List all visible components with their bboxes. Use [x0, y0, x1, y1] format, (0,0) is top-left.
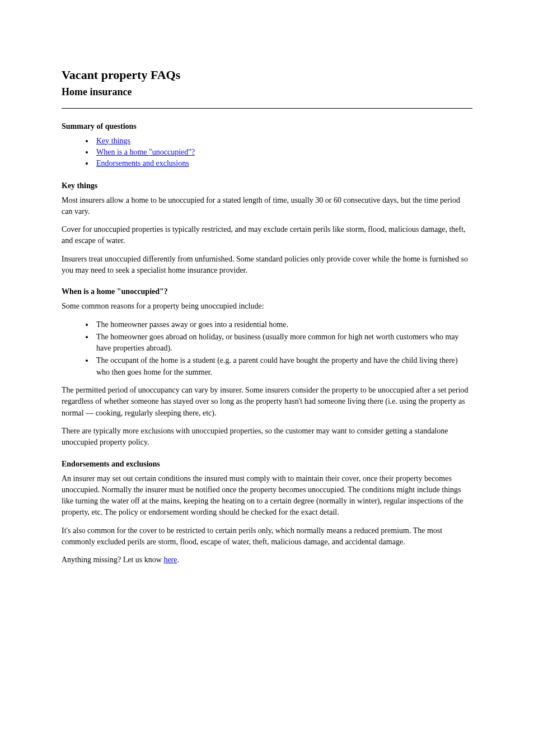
horizontal-rule [62, 108, 472, 109]
unoccupied-reasons-list: The homeowner passes away or goes into a… [62, 319, 472, 378]
key-things-heading: Key things [62, 181, 472, 190]
page: Vacant property FAQs Home insurance Summ… [0, 0, 534, 756]
toc-link-key-things[interactable]: Key things [96, 137, 130, 145]
footer-prefix: Anything missing? Let us know [62, 556, 163, 564]
footer-feedback-link[interactable]: here [163, 556, 177, 564]
list-item: The homeowner passes away or goes into a… [94, 319, 472, 330]
body-paragraph: Insurers treat unoccupied differently fr… [62, 254, 472, 277]
toc-item: Key things [94, 137, 472, 146]
toc-item: When is a home "unoccupied"? [94, 148, 472, 157]
toc-link-unoccupied[interactable]: When is a home "unoccupied"? [96, 148, 195, 156]
page-subtitle: Home insurance [62, 86, 472, 98]
body-paragraph: An insurer may set out certain condition… [62, 473, 472, 519]
body-paragraph: It's also common for the cover to be res… [62, 525, 472, 548]
page-title: Vacant property FAQs [62, 67, 472, 83]
footer-feedback: Anything missing? Let us know here. [62, 554, 472, 566]
list-item: The homeowner goes abroad on holiday, or… [94, 332, 472, 354]
list-item: The occupant of the home is a student (e… [94, 355, 472, 378]
toc-heading: Summary of questions [62, 122, 472, 131]
question-heading-unoccupied: When is a home "unoccupied"? [62, 287, 472, 296]
toc-item: Endorsements and exclusions [94, 159, 472, 168]
footer-suffix: . [177, 556, 179, 564]
body-paragraph: Some common reasons for a property being… [62, 301, 472, 312]
body-paragraph: The permitted period of unoccupancy can … [62, 385, 472, 419]
body-paragraph: Cover for unoccupied properties is typic… [62, 224, 472, 247]
toc-link-endorsements[interactable]: Endorsements and exclusions [96, 159, 189, 167]
body-paragraph: Most insurers allow a home to be unoccup… [62, 195, 472, 218]
body-paragraph: There are typically more exclusions with… [62, 426, 472, 449]
toc-list: Key things When is a home "unoccupied"? … [62, 137, 472, 168]
question-heading-endorsements: Endorsements and exclusions [62, 460, 472, 469]
